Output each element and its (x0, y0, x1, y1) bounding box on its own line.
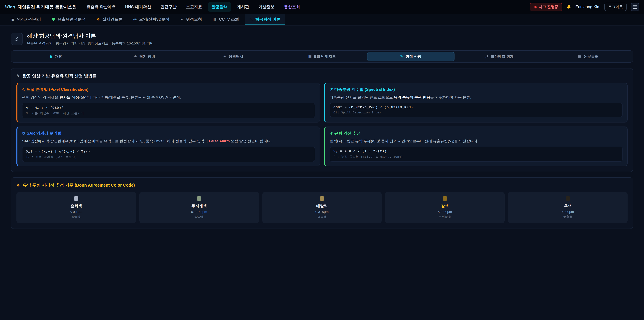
drone-icon: ❖ (96, 17, 100, 22)
swatch-name: 무지개색 (142, 203, 256, 209)
color-swatch (443, 196, 447, 201)
tab-papers-patents[interactable]: ▤ 논문특허 (544, 52, 632, 61)
swatch-range: 0.1~0.3μm (142, 210, 256, 214)
map-icon: ▦ (308, 54, 312, 59)
nav-item-board[interactable]: 게시판 (233, 2, 253, 12)
swatch-range: 5~200μm (388, 210, 502, 214)
page-header-text: 해양 항공탐색·원격탐사 이론 유출유 원격탐지 · 항공감시 기법 · ESI… (27, 32, 154, 46)
subnav-item-oil-area-analysis[interactable]: ✱ 유출유면적분석 (47, 14, 90, 25)
method-cards-grid: ① 픽셀 분류법 (Pixel Classification) 광학 영상의 각… (16, 83, 628, 166)
method-card-spectral-index: ② 다중분광 지수법 (Spectral Index) 다중분광 센서로 촬영된… (324, 83, 628, 123)
swatch-name: 은회색 (19, 203, 133, 209)
swatch-layer: 광택층 (19, 215, 133, 219)
triangle-ruler-icon: ◺ (250, 17, 253, 22)
main-nav: 유출유 확산예측 HNS·대기확산 긴급구난 보고자료 항공탐색 게시판 기상정… (83, 2, 304, 12)
desc-bold: 반사도·색상·질감 (59, 95, 88, 99)
brand: Wing 해양환경 위기대응 통합시스템 (5, 4, 77, 10)
tab-diffusion-link[interactable]: ⇄ 확산예측 연계 (456, 52, 543, 61)
nav-item-weather-info[interactable]: 기상정보 (255, 2, 278, 12)
tab-label: 개요 (55, 54, 62, 59)
swatch-layer: 박막층 (142, 215, 256, 219)
nav-item-integrated-search[interactable]: 통합조회 (280, 2, 304, 12)
formula-comment: Tₜₕ: 최적 임계값 (국소 적응형) (26, 155, 311, 159)
desc-bold: 유막 특유의 분광 반응 (394, 95, 430, 99)
swatch-layer: 두꺼운층 (388, 215, 502, 219)
desc-text: 에 따라 기름/해수로 분류, 분류된 픽셀 수 × GSD² = 면적. (88, 95, 181, 99)
nav-item-hns-air-diffusion[interactable]: HNS·대기확산 (122, 2, 155, 12)
tab-esi-map[interactable]: ▦ ESI 방제지도 (278, 52, 366, 61)
subnav-item-cctv-view[interactable]: ▥ CCTV 조회 (208, 14, 244, 25)
color-swatch (320, 196, 324, 201)
page-subtitle: 유출유 원격탐지 · 항공감시 기법 · ESI 방제정보지도 · 등록특허 1… (27, 41, 154, 46)
subnav-item-realtime-drone[interactable]: ❖ 실시간드론 (92, 14, 127, 25)
sub-nav: ▣ 영상사진관리 ✱ 유출유면적분석 ❖ 실시간드론 ◎ 오염/선박3D분석 ✦… (0, 14, 644, 26)
menu-hamburger-button[interactable] (630, 3, 639, 11)
desc-text: 광학 영상의 각 픽셀을 (22, 95, 59, 99)
swatch-tile-rainbow: 무지개색 0.1~0.3μm 박막층 (139, 192, 259, 223)
methodology-heading: ✎ 항공 영상 기반 유출유 면적 산정 방법론 (16, 73, 628, 79)
palette-icon: ❖ (16, 183, 20, 188)
topbar-right: ◉ 사고 진행중 Eunjeong Kim 로그아웃 (530, 3, 639, 11)
subnav-label: 영상사진관리 (17, 17, 41, 22)
tab-detection-equipment[interactable]: ✈ 탐지 장비 (101, 52, 188, 61)
method-card-title: ① 픽셀 분류법 (Pixel Classification) (22, 87, 315, 92)
page-header: 해양 항공탐색·원격탐사 이론 유출유 원격탐지 · 항공감시 기법 · ESI… (11, 32, 633, 46)
globe-icon: ⊕ (49, 54, 52, 59)
method-card-sar-threshold: ③ SAR 임계값 분리법 SAR 영상에서 후방산란계수(σ°)의 임계값 이… (16, 127, 320, 166)
logout-button[interactable]: 로그아웃 (604, 3, 626, 11)
method-card-desc: 광학 영상의 각 픽셀을 반사도·색상·질감에 따라 기름/해수로 분류, 분류… (22, 95, 315, 100)
method-card-title: ③ SAR 임계값 분리법 (22, 131, 315, 136)
method-card-title: ④ 유량 역산 추정 (330, 131, 622, 136)
formula-code-block: Oil = {(x,y) | σ°(x,y) < Tₜₕ} Tₜₕ: 최적 임계… (22, 147, 315, 162)
formula-line: OSDI = (B_NIR-B_Red) / (B_NIR+B_Red) (334, 106, 619, 109)
formula-code-block: A = Nₒᵢₗ × (GSD)² N: 기름 픽셀수, GSD: 지상 표본거… (22, 103, 315, 118)
tab-label: ESI 방제지도 (314, 54, 336, 59)
nav-item-oil-spill-prediction[interactable]: 유출유 확산예측 (83, 2, 120, 12)
tab-overview[interactable]: ⊕ 개요 (12, 52, 100, 61)
nav-item-aerial-search[interactable]: 항공탐색 (208, 2, 231, 12)
swatch-tile-metallic: 메탈릭 0.3~5μm 금속층 (262, 192, 382, 223)
subnav-label: 항공탐색 이론 (255, 17, 280, 22)
desc-bold-false-alarm: False Alarm (209, 139, 230, 143)
cctv-icon: ▥ (213, 17, 217, 22)
swatch-tile-brown: 갈색 5~200μm 두꺼운층 (385, 192, 505, 223)
tab-label: 면적 산정 (406, 54, 421, 59)
oil-area-icon: ✱ (52, 17, 55, 22)
method-card-desc: SAR 영상에서 후방산란계수(σ°)의 임계값 이하를 유막으로 판정합니다.… (22, 138, 315, 144)
user-name: Eunjeong Kim (576, 5, 600, 9)
subnav-item-satellite-request[interactable]: ✦ 위성요청 (176, 14, 207, 25)
thickness-heading-text: 유막 두께 시각적 추정 기준 (Bonn Agreement Color Co… (23, 182, 135, 188)
subnav-item-aerial-search-theory[interactable]: ◺ 항공탐색 이론 (245, 14, 285, 25)
page-icon-box (11, 33, 23, 45)
tab-label: 논문특허 (584, 54, 598, 59)
incident-status-badge[interactable]: ◉ 사고 진행중 (530, 3, 562, 11)
notification-bell-icon[interactable] (566, 4, 572, 10)
desc-text: 다중분광 센서로 촬영된 밴드 조합으로 (330, 95, 394, 99)
satellite-icon: ✦ (223, 54, 226, 59)
tab-area-calculation[interactable]: ✎ 면적 산정 (367, 52, 454, 61)
tab-remote-sensing[interactable]: ✦ 원격탐사 (190, 52, 277, 61)
subnav-label: 위성요청 (186, 17, 202, 22)
document-icon: ▤ (578, 54, 582, 59)
subnav-label: CCTV 조회 (219, 17, 239, 22)
subnav-item-image-photo-management[interactable]: ▣ 영상사진관리 (6, 14, 46, 25)
pencil-icon: ✎ (16, 74, 20, 78)
camera-icon: ▣ (11, 17, 14, 22)
swatch-layer: 금속층 (265, 215, 379, 219)
app-logo: Wing (5, 4, 15, 10)
bell-icon (566, 4, 572, 10)
alert-label: 사고 진행중 (539, 4, 558, 10)
chart-ruler-icon (14, 36, 20, 42)
subnav-label: 유출유면적분석 (58, 17, 86, 22)
swatch-range: >200μm (511, 210, 625, 214)
nav-item-reports[interactable]: 보고자료 (182, 2, 206, 12)
color-swatch (566, 196, 570, 201)
thickness-swatch-grid: 은회색 < 0.1μm 광택층 무지개색 0.1~0.3μm 박막층 메탈릭 0… (16, 192, 628, 223)
color-swatch (74, 196, 78, 201)
formula-code-block: V₀ = A × d / (1 - fₑ(t)) fₑ: 누적 증발분 (Sti… (330, 147, 622, 162)
nav-item-emergency-rescue[interactable]: 긴급구난 (157, 2, 180, 12)
method-card-desc: 면적(A)과 평균 유막 두께(d) 및 풍화 경과 시간(t)으로부터 원래 … (330, 138, 622, 144)
subnav-item-pollution-ship-3d-analysis[interactable]: ◎ 오염/선박3D분석 (128, 14, 174, 25)
swatch-layer: 농축층 (511, 215, 625, 219)
swatch-range: < 0.1μm (19, 210, 133, 214)
